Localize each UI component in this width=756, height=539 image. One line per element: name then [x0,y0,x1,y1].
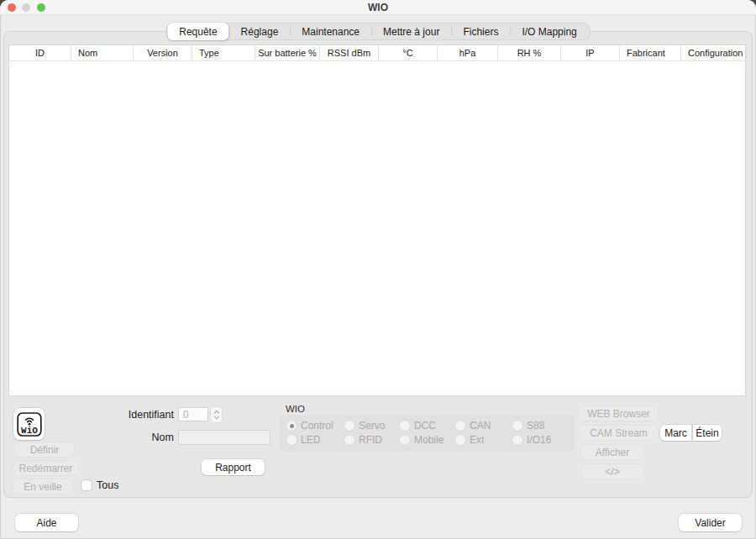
aide-button[interactable]: Aide [15,514,78,531]
radio-circle-icon [400,435,410,445]
wio-group-label: WIO [286,404,305,414]
afficher-button[interactable]: Afficher [581,445,643,459]
radio-circle-icon [455,421,465,431]
stepper-arrows-icon [213,409,220,421]
radio-label: Ext [470,434,484,446]
column-header-version[interactable]: Version [134,45,192,60]
radio-label: CAN [470,420,491,432]
table-header: IDNomVersionTypeSur batterie %RSSI dBm°C… [9,45,745,61]
radio-servo[interactable]: Servo [344,420,400,432]
tab-r-glage[interactable]: Réglage [229,24,291,39]
radio-circle-icon [400,421,410,431]
radio-label: I/O16 [527,434,551,446]
radio-control[interactable]: Control [286,420,344,432]
nom-input[interactable] [178,430,270,445]
column-header-hpa[interactable]: hPa [438,45,498,60]
column-header-id[interactable]: ID [9,45,71,60]
rapport-button[interactable]: Rapport [202,459,265,475]
identifiant-stepper[interactable] [211,407,222,422]
title-bar: WIO [0,0,756,15]
radio-i-o16[interactable]: I/O16 [512,434,574,446]
radio-dcc[interactable]: DCC [400,420,455,432]
column-header-rssi-dbm[interactable]: RSSI dBm [320,45,379,60]
wio-logo-icon: WiO [17,411,42,437]
column-header-ip[interactable]: IP [561,45,620,60]
column-header-c[interactable]: °C [379,45,438,60]
radio-label: DCC [414,420,436,432]
column-header-type[interactable]: Type [192,45,255,60]
tab-bar: RequêteRéglageMaintenanceMettre à jourFi… [166,23,590,40]
code-button[interactable]: </> [581,464,643,479]
identifiant-input[interactable] [178,407,208,421]
column-header-rh[interactable]: RH % [498,45,561,60]
radio-s88[interactable]: S88 [512,420,574,432]
radio-circle-icon [512,421,522,431]
radio-label: RFID [359,434,382,446]
device-table: IDNomVersionTypeSur batterie %RSSI dBm°C… [8,44,746,396]
radio-circle-icon [344,435,354,445]
radio-circle-icon [455,435,465,445]
radio-label: Servo [359,420,385,432]
wio-group-box: ControlServoDCCCANS88LEDRFIDMobileExtI/O… [280,415,574,451]
radio-mobile[interactable]: Mobile [400,434,455,446]
radio-ext[interactable]: Ext [455,434,512,446]
svg-text:WiO: WiO [21,426,38,436]
tab-maintenance[interactable]: Maintenance [290,24,371,39]
radio-label: Mobile [414,434,444,446]
valider-button[interactable]: Valider [679,514,742,531]
column-header-fabricant[interactable]: Fabricant [620,45,681,60]
radio-label: S88 [527,420,544,432]
web-browser-button[interactable]: WEB Browser [580,406,658,421]
radio-label: LED [301,434,320,446]
radio-rfid[interactable]: RFID [344,434,400,446]
tab-mettre-jour[interactable]: Mettre à jour [371,24,451,39]
en-veille-button[interactable]: En veille [13,479,72,494]
tous-checkbox-label: Tous [97,479,118,491]
wio-radio-grid: ControlServoDCCCANS88LEDRFIDMobileExtI/O… [280,415,574,446]
radio-circle-icon [512,435,522,445]
tous-checkbox[interactable] [81,480,92,490]
radio-led[interactable]: LED [286,434,344,446]
cam-stream-button[interactable]: CAM Stream [580,426,658,440]
redemarrer-button[interactable]: Redémarrer [13,461,78,475]
marc-button[interactable]: Marc [660,425,691,441]
radio-circle-icon [344,421,354,431]
tab-requ-te[interactable]: Requête [167,23,228,40]
column-header-configuration[interactable]: Configuration [681,45,747,60]
column-header-nom[interactable]: Nom [71,45,134,60]
radio-label: Control [301,420,333,432]
radio-circle-icon [286,435,297,445]
radio-can[interactable]: CAN [455,420,512,432]
identifiant-label: Identifiant [90,409,174,421]
app-window: WIO RequêteRéglageMaintenanceMettre à jo… [0,0,756,539]
tab-fichiers[interactable]: Fichiers [451,24,510,39]
nom-label: Nom [90,432,174,443]
definir-button[interactable]: Définir [15,442,74,457]
etein-button[interactable]: Étein [693,425,722,441]
radio-circle-icon [286,421,297,431]
table-body[interactable] [9,61,745,395]
wio-logo-button[interactable]: WiO [13,408,45,440]
tab-i-o-mapping[interactable]: I/O Mapping [510,24,588,39]
window-title: WIO [0,0,756,15]
column-header-sur-batterie[interactable]: Sur batterie % [255,45,320,60]
